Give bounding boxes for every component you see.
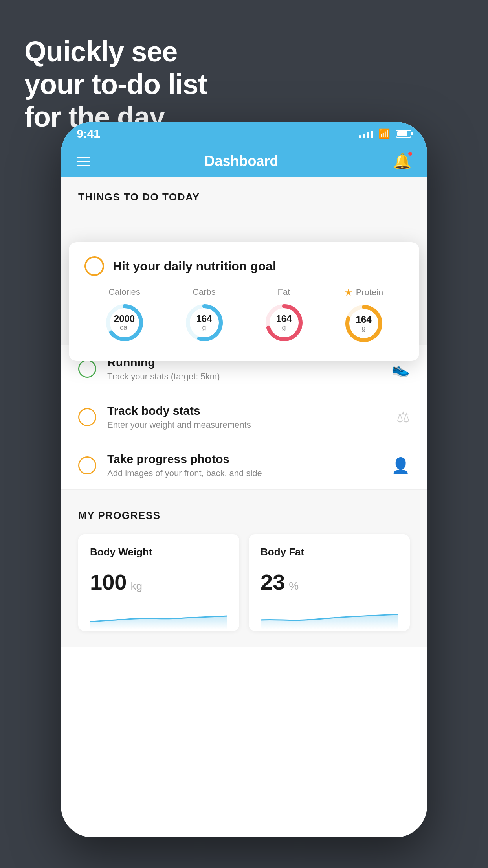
body-fat-unit: % xyxy=(289,580,299,592)
task-bodystats-desc: Enter your weight and measurements xyxy=(107,420,396,430)
protein-value-text: 164 g xyxy=(356,314,371,333)
progress-section: MY PROGRESS Body Weight 100 kg xyxy=(61,490,427,647)
star-icon: ★ xyxy=(344,287,353,298)
body-weight-card: Body Weight 100 kg xyxy=(78,534,239,631)
body-weight-value: 100 kg xyxy=(90,569,227,595)
headline: Quickly see your to-do list for the day. xyxy=(24,35,207,133)
task-bodystats-check[interactable] xyxy=(78,408,96,426)
nutrition-items: Calories 2000 cal Carbs xyxy=(84,287,404,345)
task-photos-check[interactable] xyxy=(78,456,96,474)
body-weight-sparkline xyxy=(90,606,227,629)
scale-icon: ⚖ xyxy=(396,408,410,426)
task-body-stats[interactable]: Track body stats Enter your weight and m… xyxy=(61,393,427,441)
nav-title: Dashboard xyxy=(204,153,278,169)
running-shoe-icon: 👟 xyxy=(391,360,410,377)
task-progress-photos[interactable]: Take progress photos Add images of your … xyxy=(61,441,427,490)
status-bar: 9:41 📶 xyxy=(61,122,427,145)
fat-donut: 164 g xyxy=(262,301,306,344)
task-list: Running Track your stats (target: 5km) 👟… xyxy=(61,345,427,490)
protein-label: Protein xyxy=(356,287,383,298)
status-time: 9:41 xyxy=(77,127,100,140)
body-weight-unit: kg xyxy=(130,580,142,592)
fat-label: Fat xyxy=(278,287,290,297)
section-header: THINGS TO DO TODAY xyxy=(61,177,427,211)
progress-title: MY PROGRESS xyxy=(78,509,410,522)
progress-cards: Body Weight 100 kg xyxy=(78,534,410,631)
card-header-row: Hit your daily nutrition goal xyxy=(84,256,404,276)
status-icons: 📶 xyxy=(359,128,411,139)
task-photos-name: Take progress photos xyxy=(107,452,391,466)
nutrition-protein: ★ Protein 164 g xyxy=(342,287,385,345)
calories-label: Calories xyxy=(108,287,140,297)
body-fat-sparkline xyxy=(261,606,398,629)
signal-icon xyxy=(359,129,373,138)
nutrition-fat: Fat 164 g xyxy=(262,287,306,344)
nutrition-check-circle[interactable] xyxy=(84,256,104,276)
calories-value-text: 2000 cal xyxy=(114,314,135,332)
hamburger-menu[interactable] xyxy=(77,157,90,166)
carbs-value-text: 164 g xyxy=(196,314,212,332)
task-bodystats-name: Track body stats xyxy=(107,404,396,417)
nav-header: Dashboard 🔔 xyxy=(61,145,427,177)
fat-value-text: 164 g xyxy=(276,314,292,332)
body-fat-card: Body Fat 23 % xyxy=(249,534,410,631)
protein-donut: 164 g xyxy=(342,302,385,345)
carbs-donut: 164 g xyxy=(183,301,226,344)
battery-icon xyxy=(396,130,411,138)
things-today-title: THINGS TO DO TODAY xyxy=(78,191,200,203)
task-running-check[interactable] xyxy=(78,360,96,378)
task-running-desc: Track your stats (target: 5km) xyxy=(107,371,391,382)
carbs-label: Carbs xyxy=(193,287,216,297)
nutrition-card: Hit your daily nutrition goal Calories 2… xyxy=(69,242,419,361)
person-photo-icon: 👤 xyxy=(391,457,410,474)
protein-label-row: ★ Protein xyxy=(344,287,383,298)
notification-bell[interactable]: 🔔 xyxy=(393,153,411,170)
body-weight-number: 100 xyxy=(90,569,127,595)
wifi-icon: 📶 xyxy=(378,128,390,139)
body-fat-number: 23 xyxy=(261,569,285,595)
body-fat-title: Body Fat xyxy=(261,546,398,558)
phone-frame: 9:41 📶 Dashboard 🔔 THINGS TO DO TODAY xyxy=(61,122,427,837)
notification-dot xyxy=(407,151,413,156)
main-content: THINGS TO DO TODAY Hit your daily nutrit… xyxy=(61,177,427,647)
task-photos-desc: Add images of your front, back, and side xyxy=(107,468,391,478)
headline-line1: Quickly see xyxy=(24,35,207,68)
calories-donut: 2000 cal xyxy=(103,301,146,344)
body-weight-title: Body Weight xyxy=(90,546,227,558)
body-fat-value: 23 % xyxy=(261,569,398,595)
headline-line2: your to-do list xyxy=(24,68,207,101)
nutrition-carbs: Carbs 164 g xyxy=(183,287,226,344)
nutrition-calories: Calories 2000 cal xyxy=(103,287,146,344)
nutrition-card-title: Hit your daily nutrition goal xyxy=(113,259,276,274)
